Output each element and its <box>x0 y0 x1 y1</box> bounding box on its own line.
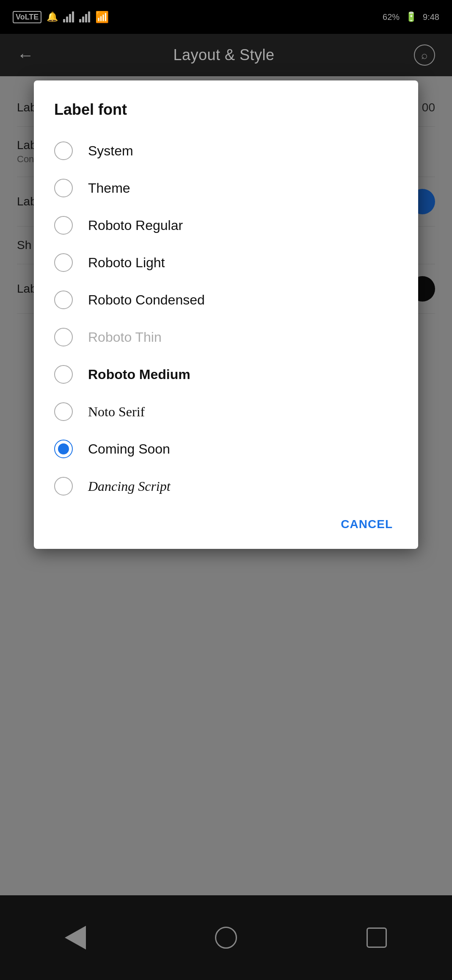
status-left: VoLTE 🔔 📶 <box>13 11 109 24</box>
list-item[interactable]: Theme <box>34 169 418 207</box>
option-label-noto-serif: Noto Serif <box>88 404 145 420</box>
font-options-list: System Theme Roboto Regular Roboto Light… <box>34 132 418 505</box>
radio-coming-soon[interactable] <box>54 440 73 458</box>
option-label-theme: Theme <box>88 180 130 196</box>
clock: 9:48 <box>423 12 439 22</box>
page-title: Layout & Style <box>173 46 274 64</box>
list-item[interactable]: Roboto Medium <box>34 356 418 393</box>
volte-indicator: VoLTE <box>13 11 41 23</box>
home-circle-icon <box>215 927 237 949</box>
search-button[interactable]: ⌕ <box>414 44 435 66</box>
option-label-roboto-light: Roboto Light <box>88 255 165 271</box>
radio-system[interactable] <box>54 141 73 160</box>
wifi-icon: 📶 <box>95 11 109 24</box>
radio-roboto-condensed[interactable] <box>54 291 73 309</box>
radio-noto-serif[interactable] <box>54 402 73 421</box>
option-label-roboto-medium: Roboto Medium <box>88 367 190 382</box>
radio-roboto-regular[interactable] <box>54 216 73 235</box>
radio-roboto-medium[interactable] <box>54 365 73 384</box>
radio-roboto-light[interactable] <box>54 253 73 272</box>
option-label-roboto-thin: Roboto Thin <box>88 329 162 345</box>
nav-back-button[interactable] <box>58 921 92 955</box>
back-button[interactable]: ← <box>17 46 34 65</box>
dialog-title: Label font <box>34 101 418 132</box>
option-label-dancing-script: Dancing Script <box>88 479 171 494</box>
cancel-button[interactable]: CANCEL <box>332 513 401 535</box>
status-right: 62% 🔋 9:48 <box>383 11 439 22</box>
notification-icon: 🔔 <box>47 11 58 22</box>
list-item[interactable]: Noto Serif <box>34 393 418 430</box>
nav-recents-button[interactable] <box>360 921 394 955</box>
recents-square-icon <box>367 927 387 948</box>
option-label-coming-soon: Coming Soon <box>88 441 170 457</box>
radio-roboto-thin[interactable] <box>54 328 73 346</box>
list-item[interactable]: Coming Soon <box>34 430 418 468</box>
back-triangle-icon <box>65 926 86 950</box>
nav-home-button[interactable] <box>209 921 243 955</box>
top-nav-bar: ← Layout & Style ⌕ <box>0 34 452 76</box>
signal-bars-2 <box>79 11 90 22</box>
list-item[interactable]: Dancing Script <box>34 468 418 505</box>
option-label-roboto-condensed: Roboto Condensed <box>88 292 205 308</box>
battery-icon: 🔋 <box>405 11 417 22</box>
bottom-nav-bar <box>0 895 452 980</box>
search-icon: ⌕ <box>421 49 428 62</box>
option-label-roboto-regular: Roboto Regular <box>88 218 183 233</box>
option-label-system: System <box>88 143 133 159</box>
status-bar: VoLTE 🔔 📶 62% 🔋 9:48 <box>0 0 452 34</box>
list-item[interactable]: Roboto Thin <box>34 318 418 356</box>
list-item[interactable]: System <box>34 132 418 169</box>
list-item[interactable]: Roboto Condensed <box>34 281 418 318</box>
radio-theme[interactable] <box>54 179 73 197</box>
list-item[interactable]: Roboto Regular <box>34 207 418 244</box>
label-font-dialog: Label font System Theme Roboto Regular R… <box>34 80 418 549</box>
dialog-footer: CANCEL <box>34 505 418 549</box>
signal-bars-1 <box>63 11 74 22</box>
list-item[interactable]: Roboto Light <box>34 244 418 281</box>
battery-percent: 62% <box>383 12 400 22</box>
radio-dancing-script[interactable] <box>54 477 73 496</box>
